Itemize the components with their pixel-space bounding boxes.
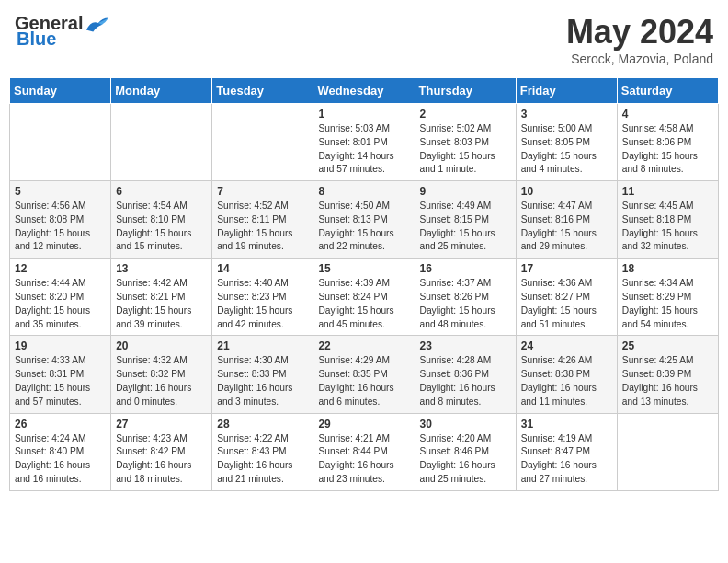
day-info: Sunrise: 4:50 AMSunset: 8:13 PMDaylight:… xyxy=(318,200,409,254)
day-number: 28 xyxy=(217,418,308,431)
calendar-header-row: SundayMondayTuesdayWednesdayThursdayFrid… xyxy=(10,78,719,104)
day-number: 23 xyxy=(420,339,511,352)
day-number: 11 xyxy=(622,185,713,198)
day-number: 18 xyxy=(622,262,713,275)
calendar-week-row: 5Sunrise: 4:56 AMSunset: 8:08 PMDaylight… xyxy=(10,181,719,259)
calendar-day-cell: 12Sunrise: 4:44 AMSunset: 8:20 PMDayligh… xyxy=(10,259,111,336)
calendar-day-cell: 13Sunrise: 4:42 AMSunset: 8:21 PMDayligh… xyxy=(111,259,212,336)
calendar-week-row: 12Sunrise: 4:44 AMSunset: 8:20 PMDayligh… xyxy=(10,259,719,336)
day-info: Sunrise: 4:47 AMSunset: 8:16 PMDaylight:… xyxy=(521,200,612,254)
day-info: Sunrise: 5:02 AMSunset: 8:03 PMDaylight:… xyxy=(420,122,511,177)
calendar-day-cell: 9Sunrise: 4:49 AMSunset: 8:15 PMDaylight… xyxy=(415,181,516,259)
calendar-day-cell xyxy=(10,104,111,181)
day-info: Sunrise: 4:36 AMSunset: 8:27 PMDaylight:… xyxy=(521,277,612,331)
calendar-day-cell: 18Sunrise: 4:34 AMSunset: 8:29 PMDayligh… xyxy=(617,259,718,336)
day-number: 10 xyxy=(521,185,612,198)
day-of-week-header: Wednesday xyxy=(313,78,415,104)
calendar-day-cell: 24Sunrise: 4:26 AMSunset: 8:38 PMDayligh… xyxy=(516,336,617,413)
day-info: Sunrise: 4:33 AMSunset: 8:31 PMDaylight:… xyxy=(15,354,106,408)
day-info: Sunrise: 4:37 AMSunset: 8:26 PMDaylight:… xyxy=(420,277,511,331)
day-number: 5 xyxy=(15,185,106,198)
day-number: 2 xyxy=(420,108,511,121)
calendar-day-cell: 25Sunrise: 4:25 AMSunset: 8:39 PMDayligh… xyxy=(617,336,718,413)
day-of-week-header: Tuesday xyxy=(212,78,313,104)
day-info: Sunrise: 4:19 AMSunset: 8:47 PMDaylight:… xyxy=(521,432,612,487)
day-number: 24 xyxy=(521,339,612,352)
day-number: 17 xyxy=(521,262,612,275)
calendar-day-cell: 29Sunrise: 4:21 AMSunset: 8:44 PMDayligh… xyxy=(313,413,415,490)
title-area: May 2024 Serock, Mazovia, Poland xyxy=(566,13,713,66)
day-info: Sunrise: 4:34 AMSunset: 8:29 PMDaylight:… xyxy=(622,277,713,331)
day-number: 29 xyxy=(318,418,409,431)
day-number: 30 xyxy=(420,418,511,431)
day-info: Sunrise: 4:24 AMSunset: 8:40 PMDaylight:… xyxy=(15,432,106,487)
day-of-week-header: Saturday xyxy=(617,78,718,104)
day-number: 21 xyxy=(217,339,308,352)
day-info: Sunrise: 4:26 AMSunset: 8:38 PMDaylight:… xyxy=(521,354,612,408)
calendar-day-cell: 20Sunrise: 4:32 AMSunset: 8:32 PMDayligh… xyxy=(111,336,212,413)
calendar-week-row: 26Sunrise: 4:24 AMSunset: 8:40 PMDayligh… xyxy=(10,413,719,490)
day-info: Sunrise: 4:23 AMSunset: 8:42 PMDaylight:… xyxy=(116,432,207,487)
calendar-day-cell: 3Sunrise: 5:00 AMSunset: 8:05 PMDaylight… xyxy=(516,104,617,181)
day-info: Sunrise: 4:45 AMSunset: 8:18 PMDaylight:… xyxy=(622,200,713,254)
day-info: Sunrise: 5:03 AMSunset: 8:01 PMDaylight:… xyxy=(318,122,409,177)
day-info: Sunrise: 4:44 AMSunset: 8:20 PMDaylight:… xyxy=(15,277,106,331)
day-number: 6 xyxy=(116,185,207,198)
calendar-day-cell: 21Sunrise: 4:30 AMSunset: 8:33 PMDayligh… xyxy=(212,336,313,413)
calendar-day-cell xyxy=(617,413,718,490)
day-info: Sunrise: 4:39 AMSunset: 8:24 PMDaylight:… xyxy=(318,277,409,331)
day-number: 14 xyxy=(217,262,308,275)
calendar-day-cell xyxy=(212,104,313,181)
day-info: Sunrise: 4:29 AMSunset: 8:35 PMDaylight:… xyxy=(318,354,409,408)
calendar-week-row: 19Sunrise: 4:33 AMSunset: 8:31 PMDayligh… xyxy=(10,336,719,413)
calendar-day-cell: 23Sunrise: 4:28 AMSunset: 8:36 PMDayligh… xyxy=(415,336,516,413)
calendar-day-cell xyxy=(111,104,212,181)
day-number: 22 xyxy=(318,339,409,352)
day-number: 12 xyxy=(15,262,106,275)
calendar-day-cell: 14Sunrise: 4:40 AMSunset: 8:23 PMDayligh… xyxy=(212,259,313,336)
day-info: Sunrise: 4:58 AMSunset: 8:06 PMDaylight:… xyxy=(622,122,713,177)
day-info: Sunrise: 4:30 AMSunset: 8:33 PMDaylight:… xyxy=(217,354,308,408)
calendar-day-cell: 17Sunrise: 4:36 AMSunset: 8:27 PMDayligh… xyxy=(516,259,617,336)
day-info: Sunrise: 4:54 AMSunset: 8:10 PMDaylight:… xyxy=(116,200,207,254)
day-info: Sunrise: 4:49 AMSunset: 8:15 PMDaylight:… xyxy=(420,200,511,254)
day-number: 9 xyxy=(420,185,511,198)
day-number: 1 xyxy=(318,108,409,121)
day-info: Sunrise: 4:52 AMSunset: 8:11 PMDaylight:… xyxy=(217,200,308,254)
day-info: Sunrise: 4:28 AMSunset: 8:36 PMDaylight:… xyxy=(420,354,511,408)
logo-blue: Blue xyxy=(17,29,56,50)
calendar-day-cell: 11Sunrise: 4:45 AMSunset: 8:18 PMDayligh… xyxy=(617,181,718,259)
day-info: Sunrise: 4:32 AMSunset: 8:32 PMDaylight:… xyxy=(116,354,207,408)
day-info: Sunrise: 4:42 AMSunset: 8:21 PMDaylight:… xyxy=(116,277,207,331)
day-number: 20 xyxy=(116,339,207,352)
calendar-day-cell: 4Sunrise: 4:58 AMSunset: 8:06 PMDaylight… xyxy=(617,104,718,181)
calendar-day-cell: 30Sunrise: 4:20 AMSunset: 8:46 PMDayligh… xyxy=(415,413,516,490)
page-header: General Blue May 2024 Serock, Mazovia, P… xyxy=(9,9,719,70)
calendar-day-cell: 6Sunrise: 4:54 AMSunset: 8:10 PMDaylight… xyxy=(111,181,212,259)
calendar-day-cell: 31Sunrise: 4:19 AMSunset: 8:47 PMDayligh… xyxy=(516,413,617,490)
day-number: 27 xyxy=(116,418,207,431)
day-of-week-header: Thursday xyxy=(415,78,516,104)
calendar-day-cell: 8Sunrise: 4:50 AMSunset: 8:13 PMDaylight… xyxy=(313,181,415,259)
day-info: Sunrise: 5:00 AMSunset: 8:05 PMDaylight:… xyxy=(521,122,612,177)
day-of-week-header: Friday xyxy=(516,78,617,104)
calendar-day-cell: 28Sunrise: 4:22 AMSunset: 8:43 PMDayligh… xyxy=(212,413,313,490)
day-info: Sunrise: 4:25 AMSunset: 8:39 PMDaylight:… xyxy=(622,354,713,408)
day-number: 8 xyxy=(318,185,409,198)
day-number: 31 xyxy=(521,418,612,431)
day-of-week-header: Monday xyxy=(111,78,212,104)
location-subtitle: Serock, Mazovia, Poland xyxy=(566,52,713,66)
month-title: May 2024 xyxy=(566,13,713,52)
calendar-day-cell: 1Sunrise: 5:03 AMSunset: 8:01 PMDaylight… xyxy=(313,104,415,181)
day-of-week-header: Sunday xyxy=(10,78,111,104)
calendar-table: SundayMondayTuesdayWednesdayThursdayFrid… xyxy=(9,77,719,491)
logo-bird-icon xyxy=(85,14,110,34)
calendar-day-cell: 2Sunrise: 5:02 AMSunset: 8:03 PMDaylight… xyxy=(415,104,516,181)
day-number: 4 xyxy=(622,108,713,121)
logo: General Blue xyxy=(15,13,110,50)
day-info: Sunrise: 4:40 AMSunset: 8:23 PMDaylight:… xyxy=(217,277,308,331)
calendar-day-cell: 15Sunrise: 4:39 AMSunset: 8:24 PMDayligh… xyxy=(313,259,415,336)
day-number: 15 xyxy=(318,262,409,275)
calendar-day-cell: 19Sunrise: 4:33 AMSunset: 8:31 PMDayligh… xyxy=(10,336,111,413)
day-number: 7 xyxy=(217,185,308,198)
